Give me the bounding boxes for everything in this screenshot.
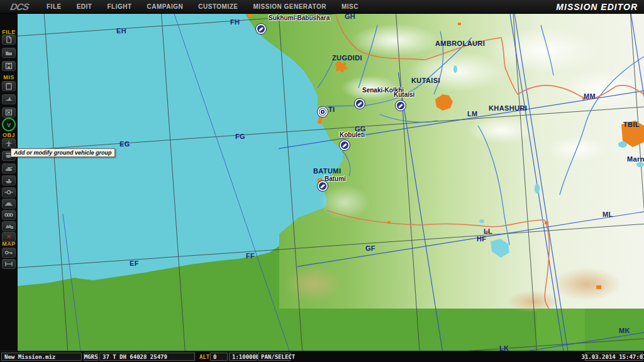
object-categories-icon	[4, 222, 13, 230]
airfield-icon-senaki-kolkhi[interactable]	[355, 99, 365, 109]
airfield-icon-kobuleti[interactable]	[340, 140, 350, 150]
status-bar: New Mission.miz MGRS 37 T DH 64028 25479…	[0, 351, 644, 362]
add-submarine-button[interactable]	[2, 199, 16, 209]
runway-bar	[357, 101, 362, 106]
toolbar-section-obj: OBJ	[0, 132, 18, 138]
map-ruler-tool-button[interactable]	[2, 259, 16, 269]
add-ground-vehicle-group-button[interactable]	[2, 163, 16, 173]
menu-flight[interactable]: FLIGHT	[99, 3, 139, 10]
menu-items: FILEEDITFLIGHTCAMPAIGNCUSTOMIZEMISSION G…	[39, 3, 366, 10]
add-static-object-button[interactable]	[2, 187, 16, 197]
add-submarine-icon	[4, 200, 13, 207]
dcs-mission-editor-window: DCS FILEEDITFLIGHTCAMPAIGNCUSTOMIZEMISSI…	[0, 0, 644, 362]
airfield-icon-batumi[interactable]	[318, 181, 328, 191]
runway-bar	[258, 26, 264, 31]
dcs-logo: DCS	[0, 1, 40, 12]
map-scale[interactable]: 1:100000	[229, 353, 257, 361]
airfield-icon-kutaisi[interactable]	[396, 101, 406, 111]
object-categories-button[interactable]	[2, 221, 16, 231]
alt-input[interactable]: 0	[210, 353, 228, 361]
mission-options-button[interactable]	[2, 81, 16, 91]
datetime-display: 31.03.2014 15:47:07	[585, 353, 643, 361]
unit-list-icon	[4, 211, 13, 219]
menu-edit[interactable]: EDIT	[69, 3, 100, 10]
menu-campaign[interactable]: CAMPAIGN	[140, 3, 191, 10]
mission-weather-button[interactable]	[2, 94, 16, 104]
chevron-down-icon: v	[7, 121, 11, 128]
add-ship-group-button[interactable]	[2, 175, 16, 185]
save-mission-icon	[4, 62, 13, 70]
runway-bar	[398, 103, 403, 107]
delete-object-icon: ✕	[6, 234, 11, 240]
map-art	[18, 14, 644, 351]
tooltip: Add or modify ground vehicle group	[11, 148, 115, 157]
map-ruler-tool-icon	[4, 260, 13, 268]
menu-customize[interactable]: CUSTOMIZE	[191, 3, 245, 10]
mission-rules-button[interactable]	[2, 107, 16, 118]
airfield-icon-sukhumi-babushara[interactable]	[256, 24, 266, 34]
airfield-icon-poti[interactable]	[318, 107, 328, 117]
mission-weather-icon	[4, 96, 13, 103]
left-toolbar: FILEMISOBJ✕MAPv–	[0, 14, 18, 351]
add-static-object-icon	[4, 189, 13, 196]
open-mission-icon	[4, 49, 13, 57]
toolbar-section-map: MAP	[0, 241, 18, 247]
open-mission-button[interactable]	[2, 48, 16, 58]
add-airplane-group-button[interactable]	[2, 138, 16, 148]
mission-name-box[interactable]: New Mission.miz	[1, 353, 82, 361]
new-mission-button[interactable]	[2, 35, 16, 45]
mgrs-label: MGRS	[84, 353, 98, 361]
add-ground-vehicle-group-icon	[4, 165, 13, 172]
map-canvas[interactable]: EHFHGHEGFGGGEFFFGFFMMLMMLLLHFMKLKZUGDIDI…	[18, 14, 644, 351]
add-ship-group-icon	[4, 177, 13, 184]
mission-rules-icon	[4, 109, 13, 116]
save-mission-button[interactable]	[2, 61, 16, 71]
fly-mission-button[interactable]: v	[2, 118, 16, 131]
map-key-tool-icon	[4, 249, 13, 256]
menu-misc[interactable]: MISC	[334, 3, 366, 10]
alt-label: ALT	[199, 354, 209, 360]
mode-indicator[interactable]: PAN/SELECT	[258, 353, 291, 361]
map-key-tool-button[interactable]	[2, 248, 16, 258]
toolbar-section-mis: MIS	[0, 74, 18, 80]
new-mission-icon	[4, 36, 13, 43]
menu-mission-generator[interactable]: MISSION GENERATOR	[245, 3, 333, 10]
unit-list-button[interactable]	[2, 210, 16, 220]
runway-bar	[342, 143, 347, 147]
menu-bar: DCS FILEEDITFLIGHTCAMPAIGNCUSTOMIZEMISSI…	[0, 0, 644, 14]
mission-options-icon	[4, 82, 13, 90]
menu-file[interactable]: FILE	[39, 3, 69, 10]
add-airplane-group-icon	[4, 140, 13, 147]
runway-bar	[320, 184, 325, 188]
mgrs-coordinates: 37 T DH 64028 25479	[99, 353, 195, 361]
editor-title: MISSION EDITOR	[556, 2, 638, 12]
